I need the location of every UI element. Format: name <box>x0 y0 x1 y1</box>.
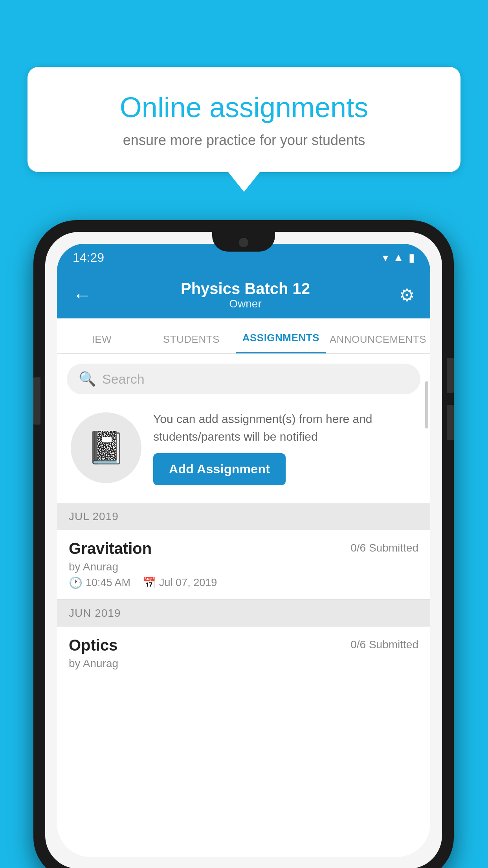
clock-icon: 🕐 <box>69 576 83 589</box>
assignment-time: 10:45 AM <box>86 577 130 589</box>
assignment-top-row: Gravitation 0/6 Submitted <box>69 540 418 557</box>
tab-iew[interactable]: IEW <box>57 326 147 353</box>
phone-screen: 14:29 ▾ ▲ ▮ ← Physics Batch 12 Owner ⚙ I… <box>45 232 442 868</box>
search-icon: 🔍 <box>79 371 96 387</box>
assignment-submitted-optics: 0/6 Submitted <box>350 638 418 651</box>
tab-announcements[interactable]: ANNOUNCEMENTS <box>326 326 430 353</box>
settings-icon[interactable]: ⚙ <box>399 285 415 305</box>
section-header-jun: JUN 2019 <box>57 600 430 627</box>
phone-frame: 14:29 ▾ ▲ ▮ ← Physics Batch 12 Owner ⚙ I… <box>33 220 454 868</box>
promo-card: 📓 You can add assignment(s) from here an… <box>67 402 420 493</box>
bubble-title: Online assignments <box>55 90 433 124</box>
status-icons: ▾ ▲ ▮ <box>383 251 415 264</box>
assignment-by: by Anurag <box>69 561 418 573</box>
power-button-2 <box>447 405 454 440</box>
assignment-name-optics: Optics <box>69 636 117 654</box>
scroll-indicator <box>425 381 428 428</box>
camera <box>239 238 248 247</box>
app-header: ← Physics Batch 12 Owner ⚙ <box>57 271 430 318</box>
content-area: 🔍 Search 📓 You can add assignment(s) fro… <box>57 354 430 857</box>
tabs-container: IEW STUDENTS ASSIGNMENTS ANNOUNCEMENTS <box>57 318 430 354</box>
calendar-icon: 📅 <box>142 576 156 589</box>
date-item: 📅 Jul 07, 2019 <box>142 576 217 589</box>
speech-bubble-tail <box>228 172 260 192</box>
wifi-icon: ▾ <box>383 251 388 264</box>
assignment-top-row-2: Optics 0/6 Submitted <box>69 636 418 654</box>
speech-bubble: Online assignments ensure more practice … <box>28 67 460 172</box>
tab-assignments[interactable]: ASSIGNMENTS <box>236 324 326 353</box>
promo-text: You can add assignment(s) from here and … <box>153 410 416 445</box>
assignment-date: Jul 07, 2019 <box>159 577 217 589</box>
assignment-submitted: 0/6 Submitted <box>350 542 418 554</box>
time-item: 🕐 10:45 AM <box>69 576 130 589</box>
search-bar[interactable]: 🔍 Search <box>67 364 420 394</box>
assignment-item-gravitation[interactable]: Gravitation 0/6 Submitted by Anurag 🕐 10… <box>57 530 430 600</box>
add-assignment-button[interactable]: Add Assignment <box>153 453 286 485</box>
header-subtitle: Owner <box>181 298 310 310</box>
promo-icon-circle: 📓 <box>71 412 141 483</box>
assignment-name: Gravitation <box>69 540 152 557</box>
bubble-subtitle: ensure more practice for your students <box>55 132 433 149</box>
battery-icon: ▮ <box>409 251 415 264</box>
header-title: Physics Batch 12 <box>181 280 310 298</box>
notch <box>212 232 275 252</box>
power-button <box>447 358 454 393</box>
signal-icon: ▲ <box>393 251 404 264</box>
status-time: 14:29 <box>73 250 104 265</box>
header-title-group: Physics Batch 12 Owner <box>181 280 310 310</box>
notebook-icon: 📓 <box>86 429 126 466</box>
assignment-time-row: 🕐 10:45 AM 📅 Jul 07, 2019 <box>69 576 418 589</box>
volume-button <box>33 377 40 425</box>
assignment-by-optics: by Anurag <box>69 657 418 670</box>
search-placeholder: Search <box>102 371 145 387</box>
section-header-jul: JUL 2019 <box>57 503 430 530</box>
promo-content: You can add assignment(s) from here and … <box>153 410 416 485</box>
tab-students[interactable]: STUDENTS <box>147 326 236 353</box>
back-button[interactable]: ← <box>73 284 92 306</box>
speech-bubble-container: Online assignments ensure more practice … <box>28 67 460 192</box>
assignment-item-optics[interactable]: Optics 0/6 Submitted by Anurag <box>57 627 430 683</box>
